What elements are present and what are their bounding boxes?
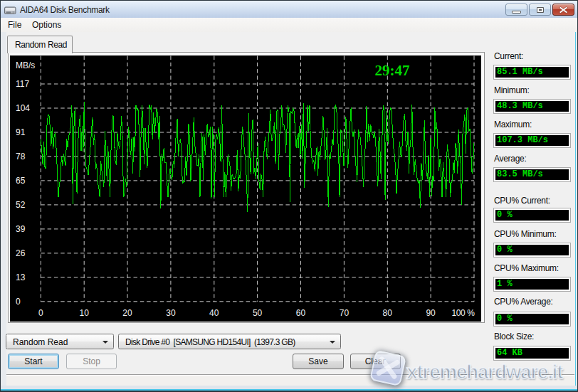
svg-text:100 %: 100 % bbox=[451, 307, 475, 317]
svg-text:0: 0 bbox=[38, 307, 43, 317]
svg-text:78: 78 bbox=[16, 152, 26, 161]
svg-text:117: 117 bbox=[16, 79, 29, 89]
svg-text:65: 65 bbox=[16, 176, 26, 186]
svg-text:39: 39 bbox=[16, 224, 26, 234]
svg-text:91: 91 bbox=[16, 127, 26, 137]
svg-text:10: 10 bbox=[80, 307, 90, 317]
svg-text:90: 90 bbox=[426, 307, 436, 317]
svg-text:0: 0 bbox=[16, 297, 21, 307]
svg-text:26: 26 bbox=[16, 248, 26, 258]
svg-text:80: 80 bbox=[383, 307, 393, 317]
svg-text:52: 52 bbox=[16, 200, 26, 210]
svg-text:50: 50 bbox=[253, 307, 263, 317]
svg-text:70: 70 bbox=[340, 307, 350, 317]
svg-text:60: 60 bbox=[296, 307, 306, 317]
svg-text:20: 20 bbox=[122, 307, 132, 317]
svg-text:30: 30 bbox=[166, 307, 176, 317]
svg-text:40: 40 bbox=[209, 307, 219, 317]
svg-text:104: 104 bbox=[16, 103, 30, 113]
svg-text:13: 13 bbox=[16, 272, 26, 282]
svg-text:29:47: 29:47 bbox=[375, 62, 410, 79]
svg-text:MB/s: MB/s bbox=[16, 60, 35, 70]
